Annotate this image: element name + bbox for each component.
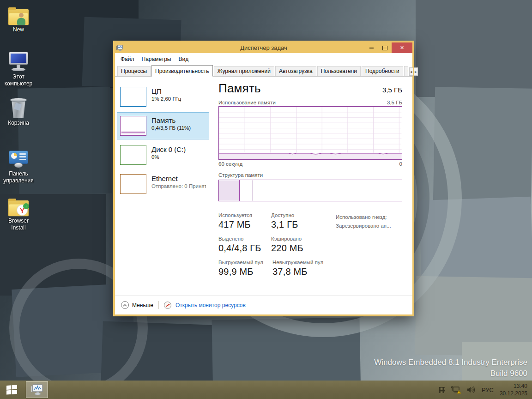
- tab-scroll-right-icon[interactable]: ►: [414, 67, 418, 76]
- disk-mini-graph: [120, 145, 146, 165]
- composition-in-use-segment: [219, 180, 240, 201]
- disk-title: Диск 0 (C:): [151, 145, 186, 153]
- folder-browser-icon: Y↓: [1, 194, 36, 216]
- desktop-icon-label: Корзина: [1, 120, 36, 127]
- network-icon[interactable]: [451, 386, 461, 394]
- handles-info-line2: Зарезервировано ап...: [336, 222, 391, 230]
- stat-label: Кэшировано: [271, 236, 314, 242]
- ethernet-subtitle: Отправлено: 0 Принят: [151, 183, 206, 189]
- windows-logo-icon: [6, 385, 17, 395]
- clock-date: 30.12.2025: [500, 390, 527, 397]
- sidebar-item-cpu[interactable]: ЦП 1% 2,60 ГГц: [117, 83, 209, 110]
- window-footer: Меньше Открыть монитор ресурсов: [115, 295, 412, 314]
- touch-keyboard-icon[interactable]: [439, 387, 445, 393]
- start-button[interactable]: [0, 381, 23, 399]
- desktop-icon-control-panel[interactable]: Панель управления: [1, 147, 36, 184]
- fewer-details-button[interactable]: Меньше: [121, 301, 153, 309]
- clock-time: 13:40: [500, 382, 527, 390]
- windows-watermark: Windows Embedded 8.1 Industry Enterprise…: [374, 357, 527, 380]
- handles-info-line1: Использовано гнезд:: [336, 213, 391, 222]
- usage-chart-max: 3,5 ГБ: [387, 100, 402, 105]
- taskbar-clock[interactable]: 13:40 30.12.2025: [500, 382, 527, 397]
- stat-value: 0,4/4,8 ГБ: [218, 243, 262, 254]
- panel-title: Память: [218, 81, 261, 96]
- memory-composition-bar[interactable]: [218, 180, 402, 201]
- control-panel-icon: [1, 147, 36, 169]
- ethernet-title: Ethernet: [151, 175, 206, 182]
- desktop-icon-recycle-bin[interactable]: Корзина: [1, 96, 36, 127]
- titlebar[interactable]: Диспетчер задач ✕: [115, 42, 412, 53]
- handles-info: Использовано гнезд: Зарезервировано ап..…: [336, 213, 391, 230]
- tab-app-history[interactable]: Журнал приложений: [214, 66, 274, 76]
- watermark-line1: Windows Embedded 8.1 Industry Enterprise: [374, 357, 527, 369]
- stat-value: 220 МБ: [271, 243, 314, 254]
- memory-total: 3,5 ГБ: [382, 86, 402, 94]
- desktop-icon-new[interactable]: New: [1, 3, 36, 33]
- taskbar-task-manager-button[interactable]: [26, 381, 48, 398]
- watermark-line2: Build 9600: [374, 368, 527, 380]
- composition-label: Структура памяти: [218, 172, 402, 178]
- footer-divider: [158, 301, 159, 309]
- sidebar-item-ethernet[interactable]: Ethernet Отправлено: 0 Принят: [117, 170, 209, 198]
- memory-subtitle: 0,4/3,5 ГБ (11%): [151, 125, 191, 131]
- menu-file[interactable]: Файл: [117, 54, 138, 64]
- folder-user-icon: [1, 3, 36, 25]
- performance-sidebar: ЦП 1% 2,60 ГГц Память 0,4/3,5 ГБ (11%): [115, 77, 211, 295]
- chevron-up-icon: [121, 301, 129, 309]
- language-indicator[interactable]: РУС: [482, 387, 494, 393]
- stat-value: 37,8 МБ: [272, 266, 323, 277]
- task-manager-window: Диспетчер задач ✕ Файл Параметры Вид Про…: [113, 41, 414, 316]
- bg-tile: [416, 0, 532, 97]
- desktop-icon-browser-install[interactable]: Y↓ Browser Install: [1, 194, 36, 231]
- memory-panel: Память 3,5 ГБ Использование памяти 3,5 Г…: [211, 77, 412, 295]
- fewer-details-label: Меньше: [132, 302, 153, 308]
- desktop: Windows Embedded 8.1 Industry Enterprise…: [0, 0, 532, 399]
- open-resource-monitor-link[interactable]: Открыть монитор ресурсов: [175, 302, 246, 308]
- stat-value: 99,9 МБ: [218, 266, 263, 277]
- stat-label: Невыгружаемый пул: [272, 260, 323, 265]
- stat-label: Используется: [218, 212, 262, 218]
- cpu-title: ЦП: [151, 87, 181, 95]
- desktop-icon-this-pc[interactable]: Этот компьютер: [1, 50, 36, 87]
- x-axis-right-label: 0: [399, 161, 402, 167]
- stat-label: Выделено: [218, 236, 262, 242]
- disk-subtitle: 0%: [151, 154, 186, 160]
- stat-value: 3,1 ГБ: [271, 219, 314, 230]
- sidebar-item-memory[interactable]: Память 0,4/3,5 ГБ (11%): [117, 112, 209, 139]
- stat-value: 417 МБ: [218, 219, 262, 230]
- x-axis-left-label: 60 секунд: [218, 161, 242, 167]
- cpu-mini-graph: [120, 87, 146, 107]
- tab-strip: Процессы Производительность Журнал прило…: [115, 65, 412, 77]
- menu-view[interactable]: Вид: [175, 54, 192, 64]
- sidebar-item-disk[interactable]: Диск 0 (C:) 0%: [117, 141, 209, 169]
- desktop-icon-label: Панель управления: [1, 170, 36, 184]
- minimize-button[interactable]: [365, 42, 378, 53]
- maximize-button[interactable]: [378, 42, 392, 53]
- volume-icon[interactable]: [467, 386, 476, 393]
- stat-label: Доступно: [271, 212, 314, 218]
- memory-mini-graph: [120, 116, 146, 136]
- memory-usage-chart: [218, 106, 402, 160]
- ethernet-mini-graph: [120, 174, 146, 194]
- memory-title: Память: [151, 116, 191, 124]
- desktop-icon-label: Browser Install: [1, 218, 36, 231]
- memory-stats: Используется 417 МБ Доступно 3,1 ГБ Выде…: [218, 212, 402, 277]
- tab-scroll-left-icon[interactable]: ◄: [409, 67, 413, 76]
- close-button[interactable]: ✕: [392, 42, 412, 53]
- taskbar: РУС 13:40 30.12.2025: [0, 381, 532, 399]
- tab-startup[interactable]: Автозагрузка: [275, 66, 316, 76]
- usage-chart-label: Использование памяти: [218, 100, 276, 105]
- tab-processes[interactable]: Процессы: [117, 66, 151, 76]
- cpu-subtitle: 1% 2,60 ГГц: [151, 96, 181, 102]
- stat-label: Выгружаемый пул: [218, 260, 263, 265]
- tab-details[interactable]: Подробности: [362, 66, 403, 76]
- desktop-icon-label: Этот компьютер: [1, 73, 36, 87]
- tab-services-truncated[interactable]: С.: [404, 66, 408, 76]
- desktop-icon-label: New: [1, 26, 36, 33]
- composition-modified-segment: [240, 180, 253, 201]
- menu-options[interactable]: Параметры: [138, 54, 175, 64]
- recycle-bin-icon: [1, 96, 36, 118]
- tab-users[interactable]: Пользователи: [317, 66, 361, 76]
- task-manager-icon: [30, 384, 43, 396]
- tab-performance[interactable]: Производительность: [151, 65, 212, 77]
